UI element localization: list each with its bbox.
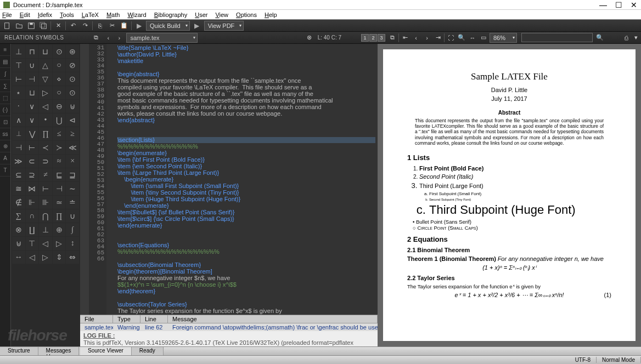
paste-icon[interactable]: 📋: [119, 21, 129, 31]
minimize-button[interactable]: —: [599, 1, 607, 9]
symbol-cell[interactable]: ○: [53, 59, 66, 72]
pdf-search-input[interactable]: [521, 33, 593, 42]
symbol-cell[interactable]: ⊤: [12, 59, 25, 72]
symbol-cell[interactable]: ≺: [39, 141, 52, 154]
symbol-cell[interactable]: ∧: [12, 113, 25, 127]
symbol-cell[interactable]: •: [39, 113, 52, 127]
symbol-cell[interactable]: ▷: [39, 251, 52, 264]
menu-latex[interactable]: LaTeX: [82, 12, 99, 18]
symbol-cell[interactable]: ⊂: [26, 155, 39, 168]
symbol-cell[interactable]: ▷: [39, 86, 52, 99]
symbol-cell[interactable]: ⊘: [66, 59, 79, 72]
pdf-zoom-icon[interactable]: 🔍: [457, 33, 466, 43]
code-editor[interactable]: 31 32 33 34 35 36 37 38 39 40 41 42 43 4…: [80, 44, 378, 315]
symbol-cell[interactable]: ∩: [26, 209, 39, 223]
symbol-cell[interactable]: ≅: [12, 182, 25, 195]
pdf-undock-icon[interactable]: ⧉: [387, 33, 397, 43]
code-content[interactable]: \title{Sample \LaTeX ~File} \author{Davi…: [115, 44, 378, 315]
symbol-cell[interactable]: ▷: [53, 237, 66, 250]
close-button[interactable]: ✕: [630, 1, 638, 9]
symbol-category[interactable]: ⊕: [0, 140, 10, 152]
symbol-cell[interactable]: ⊎: [12, 237, 25, 250]
log-col-message[interactable]: Message: [168, 315, 378, 323]
symbol-cell[interactable]: ⊃: [39, 155, 52, 168]
symbol-category[interactable]: ⬚: [0, 92, 10, 104]
menu-tools[interactable]: Tools: [60, 12, 74, 18]
symbol-cell[interactable]: ↔: [12, 251, 25, 264]
symbol-cell[interactable]: ⊛: [66, 45, 79, 58]
symbol-cell[interactable]: ∉: [12, 196, 25, 209]
symbol-cell[interactable]: ×: [66, 155, 79, 168]
symbol-cell[interactable]: ⊤: [26, 237, 39, 250]
open-file-icon[interactable]: [14, 21, 24, 31]
pdf-width-icon[interactable]: ↔: [468, 33, 477, 43]
symbol-cell[interactable]: ⇕: [53, 251, 66, 264]
nav-fwd-icon[interactable]: ›: [114, 33, 124, 43]
symbol-cell[interactable]: ≈: [53, 155, 66, 168]
fold-gutter[interactable]: [80, 44, 89, 315]
symbol-cell[interactable]: ⊑: [53, 168, 66, 181]
bottom-tab-ready[interactable]: Ready: [132, 347, 164, 355]
undo-icon[interactable]: ↶: [68, 21, 78, 31]
log-col-line[interactable]: Line: [140, 315, 168, 323]
symbol-cell[interactable]: ⊎: [66, 100, 79, 113]
symbol-cell[interactable]: ⊔: [26, 86, 39, 99]
symbol-cell[interactable]: ∪: [26, 59, 39, 72]
panel-undock-icon[interactable]: ⧉: [91, 33, 101, 43]
symbol-cell[interactable]: ∐: [26, 223, 39, 236]
pdf-menu-icon[interactable]: ▾: [631, 33, 641, 43]
symbol-cell[interactable]: ⊣: [26, 72, 39, 86]
symbol-cell[interactable]: ⊲: [66, 113, 79, 127]
symbol-cell[interactable]: ⊇: [26, 168, 39, 181]
symbol-cell[interactable]: ∑: [12, 209, 25, 223]
maximize-button[interactable]: ☐: [615, 1, 622, 9]
menu-math[interactable]: Math: [106, 12, 120, 18]
menu-help[interactable]: Help: [265, 12, 277, 18]
run-build-icon[interactable]: ▶: [134, 21, 144, 31]
symbol-cell[interactable]: ◁: [26, 251, 39, 264]
symbol-cell[interactable]: ⊆: [12, 168, 25, 181]
symbol-category[interactable]: ≡: [0, 44, 10, 56]
log-col-file[interactable]: File: [80, 315, 113, 323]
symbol-cell[interactable]: ·: [12, 100, 25, 113]
menu-file[interactable]: File: [2, 12, 12, 18]
symbol-cell[interactable]: ⊩: [26, 196, 39, 209]
symbol-cell[interactable]: ∪: [66, 209, 79, 223]
symbol-cell[interactable]: ∏: [39, 127, 52, 140]
symbol-cell[interactable]: ∫: [66, 223, 79, 236]
symbol-category[interactable]: T: [0, 164, 10, 177]
symbol-cell[interactable]: ⊢: [26, 141, 39, 154]
symbol-cell[interactable]: ⊙: [66, 72, 79, 86]
file-combo[interactable]: sample.tex: [126, 33, 198, 43]
symbol-cell[interactable]: ⊙: [66, 86, 79, 99]
symbol-cell[interactable]: ⋃: [53, 113, 66, 127]
symbol-category[interactable]: ss: [0, 128, 10, 140]
zoom-combo[interactable]: 86%: [490, 33, 517, 43]
pdf-prev-icon[interactable]: ‹: [411, 33, 421, 43]
symbol-cell[interactable]: ⊒: [66, 168, 79, 181]
symbol-category[interactable]: ⊡: [0, 116, 10, 128]
symbol-cell[interactable]: ≫: [12, 155, 25, 168]
log-row[interactable]: sample.tex Warning line 62 Foreign comma…: [80, 323, 378, 331]
nav-back-icon[interactable]: ‹: [103, 33, 113, 43]
symbol-cell[interactable]: ≻: [53, 141, 66, 154]
symbol-cell[interactable]: ∏: [53, 209, 66, 223]
pdf-next-icon[interactable]: ›: [422, 33, 432, 43]
symbol-category[interactable]: A: [0, 152, 10, 164]
symbol-cell[interactable]: ⊣: [12, 141, 25, 154]
symbol-cell[interactable]: ⟂: [12, 127, 25, 140]
bottom-tab-messages-log[interactable]: Messages / Log: [38, 347, 80, 355]
symbol-cell[interactable]: ≪: [66, 141, 79, 154]
copy-icon[interactable]: ⎘: [95, 21, 105, 31]
run-view-icon[interactable]: ▶: [192, 21, 202, 31]
symbol-cell[interactable]: ⋄: [53, 72, 66, 86]
pdf-search-icon[interactable]: 🔍: [595, 33, 605, 43]
page-number-2[interactable]: 2: [369, 34, 377, 42]
symbol-cell[interactable]: ⊣: [53, 182, 66, 195]
menu-user[interactable]: User: [195, 12, 207, 18]
clear-icon[interactable]: ⊗: [305, 33, 314, 43]
symbol-cell[interactable]: ⊢: [12, 72, 25, 86]
new-file-icon[interactable]: [2, 21, 12, 31]
symbol-category[interactable]: ∫: [0, 68, 10, 80]
bottom-tab-source-viewer[interactable]: Source Viewer: [80, 347, 132, 355]
